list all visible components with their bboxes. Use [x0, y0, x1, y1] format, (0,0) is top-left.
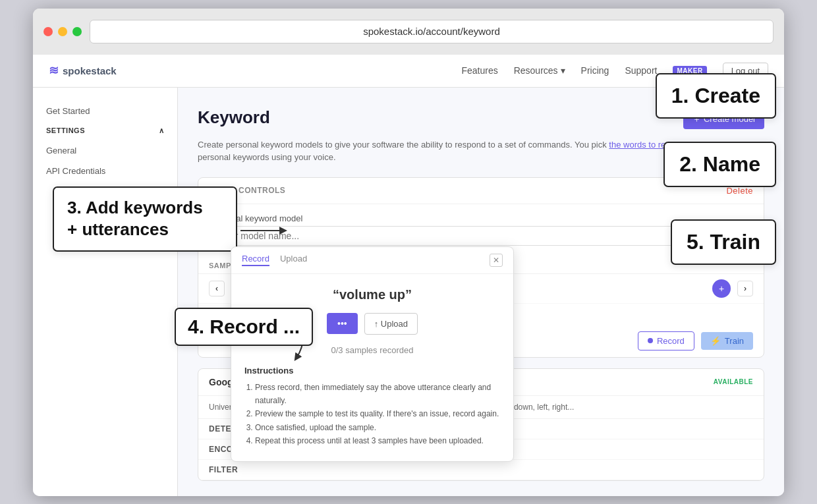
sidebar-item-api-credentials[interactable]: API Credentials — [33, 161, 177, 181]
popup-tabs: Record Upload — [242, 254, 307, 266]
popup-upload-button[interactable]: ↑ Upload — [364, 313, 418, 335]
annotation-name: 2. Name — [663, 142, 776, 187]
sidebar-item-general[interactable]: General — [33, 140, 177, 161]
annotation-keywords: 3. Add keywords+ utterances — [53, 186, 237, 252]
instruction-3: Once satisfied, upload the sample. — [255, 421, 500, 434]
filter-row: FILTER — [198, 460, 764, 480]
availability-badge: AVAILABLE — [714, 378, 753, 385]
record-button[interactable]: Record — [638, 331, 694, 350]
annotation-create: 1. Create — [656, 73, 776, 119]
sidebar: Get Started SETTINGS ∧ General API Crede… — [33, 88, 178, 496]
sidebar-item-get-started[interactable]: Get Started — [33, 101, 177, 121]
recording-popup: Record Upload ✕ “volume up” ••• ↑ Upload… — [231, 246, 514, 462]
nav-pricing[interactable]: Pricing — [581, 65, 609, 76]
brand-icon: ≋ — [49, 63, 59, 78]
browser-dots — [43, 27, 82, 36]
chevron-right-button[interactable]: › — [737, 281, 753, 296]
nav-support[interactable]: Support — [625, 65, 657, 76]
annotation-record: 4. Record ... — [175, 308, 313, 346]
instruction-1: Press record, then immediately say the a… — [255, 381, 500, 408]
samples-progress: 0/3 samples recorded — [244, 345, 500, 355]
popup-body: “volume up” ••• ↑ Upload 0/3 samples rec… — [231, 274, 513, 461]
tab-upload[interactable]: Upload — [280, 254, 307, 266]
train-icon: ⚡ — [710, 336, 721, 346]
tab-record[interactable]: Record — [242, 254, 269, 266]
page-title: Keyword — [198, 107, 270, 128]
add-keyword-button[interactable]: + — [712, 279, 731, 298]
utterance-label: “volume up” — [244, 287, 500, 302]
brand-name: spokestack — [63, 65, 117, 76]
browser-chrome: spokestack.io/account/keyword — [33, 9, 784, 55]
chevron-left-button[interactable]: ‹ — [209, 281, 225, 296]
nav-features[interactable]: Features — [461, 65, 497, 76]
instruction-4: Repeat this process until at least 3 sam… — [255, 434, 500, 447]
maximize-dot[interactable] — [72, 27, 82, 36]
url-text: spokestack.io/account/keyword — [363, 26, 500, 37]
close-dot[interactable] — [43, 27, 53, 36]
popup-dots-button[interactable]: ••• — [327, 313, 358, 334]
delete-link[interactable]: Delete — [726, 186, 753, 196]
instructions-list: Press record, then immediately say the a… — [244, 381, 500, 448]
brand-logo: ≋ spokestack — [49, 63, 117, 78]
sidebar-settings-header: SETTINGS ∧ — [33, 121, 177, 140]
instructions-title: Instructions — [244, 366, 500, 376]
annotation-train: 5. Train — [671, 219, 776, 265]
chevron-up-icon: ∧ — [159, 126, 165, 135]
minimize-dot[interactable] — [58, 27, 67, 36]
train-button[interactable]: ⚡ Train — [701, 332, 753, 350]
chevron-down-icon: ▾ — [561, 65, 565, 76]
popup-header: Record Upload ✕ — [231, 247, 513, 274]
address-bar[interactable]: spokestack.io/account/keyword — [90, 20, 774, 43]
nav-resources[interactable]: Resources ▾ — [514, 65, 565, 76]
record-dot-icon — [648, 338, 653, 343]
instruction-2: Preview the sample to test its quality. … — [255, 407, 500, 420]
popup-close-button[interactable]: ✕ — [490, 254, 503, 267]
